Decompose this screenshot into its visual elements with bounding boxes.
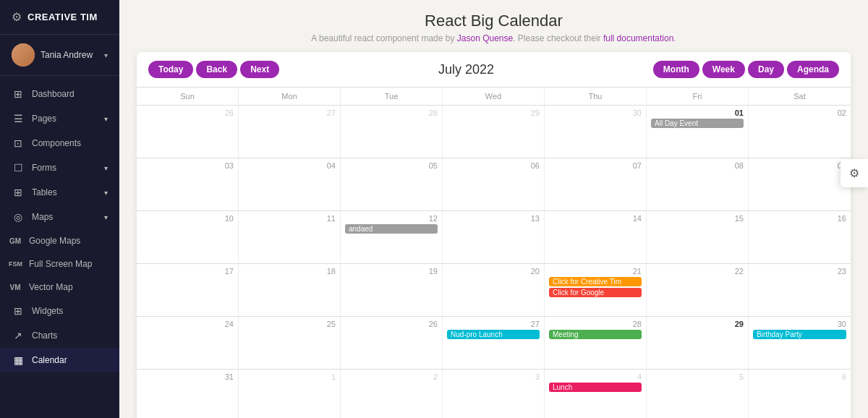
calendar-day[interactable]: 28Meeting	[545, 317, 647, 369]
calendar-event[interactable]: Lunch	[549, 383, 642, 392]
sidebar-item-dashboard[interactable]: ⊞ Dashboard	[0, 82, 119, 106]
calendar-day[interactable]: 29	[443, 106, 545, 158]
agenda-view-button[interactable]: Agenda	[787, 61, 839, 78]
calendar-day[interactable]: 30	[545, 106, 647, 158]
sidebar-item-google-maps[interactable]: GM Google Maps	[0, 229, 119, 252]
calendar-day[interactable]: 11	[239, 211, 341, 263]
day-number: 17	[141, 267, 234, 276]
calendar-day[interactable]: 27Nud-pro Launch	[443, 317, 545, 369]
calendar-day[interactable]: 03	[137, 158, 239, 210]
calendar-event[interactable]: Click for Creative Tim	[549, 277, 642, 286]
calendar-day[interactable]: 01All Day Event	[647, 106, 749, 158]
day-number: 26	[141, 108, 234, 117]
subtitle-docs-link[interactable]: full documentation	[603, 33, 673, 43]
calendar-event[interactable]: Meeting	[549, 330, 642, 339]
calendar-day[interactable]: 31	[137, 370, 239, 418]
calendar-day[interactable]: 2	[341, 370, 443, 418]
day-number: 6	[753, 372, 846, 381]
calendar-day[interactable]: 4Lunch	[545, 370, 647, 418]
day-number: 27	[447, 320, 540, 328]
day-number: 13	[447, 214, 540, 223]
calendar-day[interactable]: 13	[443, 211, 545, 263]
sidebar-item-maps[interactable]: ◎ Maps ▾	[0, 205, 119, 229]
day-number: 20	[447, 267, 540, 276]
calendar-event[interactable]: All Day Event	[651, 119, 744, 128]
today-button[interactable]: Today	[148, 61, 193, 78]
calendar-day[interactable]: 3	[443, 370, 545, 418]
day-number: 02	[753, 108, 846, 117]
sidebar-item-components[interactable]: ⊡ Components	[0, 131, 119, 155]
sidebar-item-widgets[interactable]: ⊞ Widgets	[0, 299, 119, 323]
header-sat: Sat	[749, 88, 851, 105]
calendar-day[interactable]: 23	[749, 264, 851, 316]
back-button[interactable]: Back	[196, 61, 237, 78]
calendar-day[interactable]: 10	[137, 211, 239, 263]
calendar-day[interactable]: 26	[341, 317, 443, 369]
calendar-week: 24 25 26 27Nud-pro Launch 28Meeting 29 3…	[137, 317, 851, 370]
day-number: 30	[753, 320, 846, 328]
settings-float-button[interactable]: ⚙	[841, 159, 868, 187]
calendar-grid: Sun Mon Tue Wed Thu Fri Sat 26 27 28 29	[137, 87, 851, 418]
avatar-image	[12, 43, 35, 67]
calendar-day[interactable]: 29	[647, 317, 749, 369]
calendar-day[interactable]: 14	[545, 211, 647, 263]
widgets-icon: ⊞	[12, 305, 25, 317]
calendar-day[interactable]: 17	[137, 264, 239, 316]
sidebar-user[interactable]: Tania Andrew ▾	[0, 35, 119, 76]
day-view-button[interactable]: Day	[748, 61, 784, 78]
sidebar-item-pages[interactable]: ☰ Pages ▾	[0, 106, 119, 131]
week-view-button[interactable]: Week	[702, 61, 745, 78]
calendar-day[interactable]: 22	[647, 264, 749, 316]
calendar-day[interactable]: 07	[545, 158, 647, 210]
sidebar-item-full-screen-map[interactable]: FSM Full Screen Map	[0, 252, 119, 276]
subtitle-author-link[interactable]: Jason Quense	[457, 33, 513, 43]
page-subtitle: A beautiful react component made by Jaso…	[137, 33, 851, 43]
vector-map-abbr: VM	[9, 283, 22, 291]
day-number: 03	[141, 161, 234, 170]
sidebar-item-label: Dashboard	[32, 89, 108, 99]
calendar-day[interactable]: 08	[647, 158, 749, 210]
calendar-day[interactable]: 18	[239, 264, 341, 316]
calendar-day[interactable]: 24	[137, 317, 239, 369]
sidebar-item-tables[interactable]: ⊞ Tables ▾	[0, 180, 119, 205]
sidebar-item-calendar[interactable]: ▦ Calendar	[0, 348, 119, 372]
calendar-day[interactable]: 12andaed	[341, 211, 443, 263]
calendar-day[interactable]: 05	[341, 158, 443, 210]
next-button[interactable]: Next	[240, 61, 279, 78]
calendar-day[interactable]: 21Click for Creative TimClick for Google	[545, 264, 647, 316]
day-number: 24	[141, 320, 234, 328]
calendar-event[interactable]: Click for Google	[549, 288, 642, 297]
calendar-day[interactable]: 1	[239, 370, 341, 418]
calendar-day[interactable]: 30Birthday Party	[749, 317, 851, 369]
sidebar-item-charts[interactable]: ↗ Charts	[0, 323, 119, 348]
calendar-day[interactable]: 16	[749, 211, 851, 263]
day-number: 06	[447, 161, 540, 170]
day-number: 4	[549, 372, 642, 381]
header-tue: Tue	[341, 88, 443, 105]
day-number: 1	[243, 372, 336, 381]
pages-caret-icon: ▾	[104, 115, 108, 123]
calendar-day[interactable]: 15	[647, 211, 749, 263]
sidebar-item-label: Full Screen Map	[29, 259, 108, 269]
calendar-day[interactable]: 06	[443, 158, 545, 210]
calendar-day[interactable]: 09	[749, 158, 851, 210]
calendar-day[interactable]: 5	[647, 370, 749, 418]
calendar-event[interactable]: Nud-pro Launch	[447, 330, 540, 339]
calendar-event[interactable]: andaed	[345, 224, 438, 234]
calendar-day[interactable]: 26	[137, 106, 239, 158]
calendar-day[interactable]: 25	[239, 317, 341, 369]
month-view-button[interactable]: Month	[653, 61, 699, 78]
sidebar-item-label: Calendar	[32, 355, 108, 365]
calendar-day[interactable]: 20	[443, 264, 545, 316]
user-caret-icon: ▾	[104, 51, 108, 59]
calendar-day[interactable]: 27	[239, 106, 341, 158]
sidebar-item-vector-map[interactable]: VM Vector Map	[0, 276, 119, 299]
calendar-day[interactable]: 19	[341, 264, 443, 316]
calendar-day[interactable]: 02	[749, 106, 851, 158]
sidebar-item-label: Maps	[32, 212, 97, 222]
calendar-day[interactable]: 6	[749, 370, 851, 418]
calendar-day[interactable]: 28	[341, 106, 443, 158]
calendar-event[interactable]: Birthday Party	[753, 330, 846, 339]
calendar-day[interactable]: 04	[239, 158, 341, 210]
sidebar-item-forms[interactable]: ☐ Forms ▾	[0, 155, 119, 180]
